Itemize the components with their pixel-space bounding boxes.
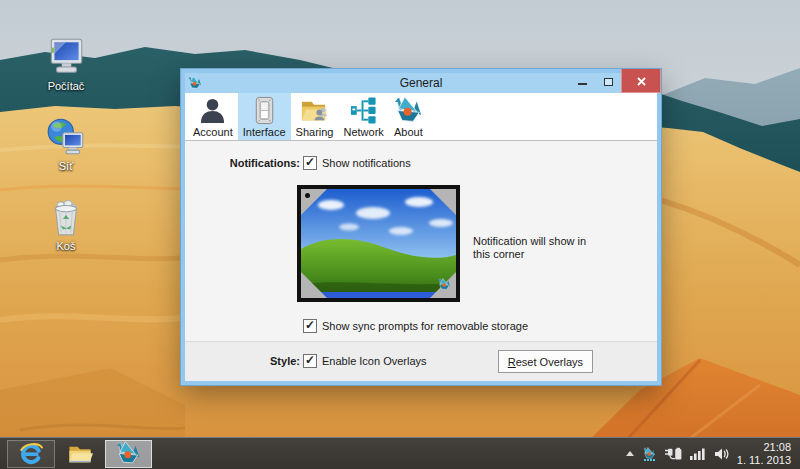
notification-corner-preview (297, 185, 460, 302)
close-button[interactable] (621, 69, 661, 93)
sync-prompts-checkbox[interactable]: ✓ (303, 319, 317, 333)
tab-account[interactable]: Account (188, 93, 238, 140)
check-icon: ✓ (305, 320, 315, 330)
tab-strip: Account Interface (185, 93, 657, 141)
taskbar-internet-explorer-button[interactable] (7, 440, 55, 468)
interface-panel: Notifications: ✓ Show notifications (185, 141, 657, 341)
signal-bars-icon (690, 447, 707, 460)
corner-caption: Notification will show in this corner (473, 235, 597, 261)
desktop-screen: Počítač Síť Koš General (0, 0, 800, 469)
corner-selector-bottom-left[interactable] (301, 272, 327, 298)
show-notifications-checkbox[interactable]: ✓ (303, 156, 317, 170)
desktop-icon-label: Koš (57, 240, 76, 252)
crane-icon (394, 96, 423, 125)
maximize-icon (604, 78, 613, 86)
system-tray: 21:08 1. 11. 2013 (625, 441, 800, 467)
show-notifications-label: Show notifications (322, 157, 411, 169)
power-status-icon-button[interactable] (664, 446, 683, 461)
enable-overlays-label: Enable Icon Overlays (322, 355, 427, 367)
clock-time: 21:08 (737, 441, 791, 454)
user-icon (198, 96, 227, 125)
network-hub-icon (349, 96, 378, 125)
desktop-icon-label: Síť (59, 160, 74, 172)
network-status-icon-button[interactable] (690, 447, 707, 460)
chevron-up-icon (625, 450, 635, 458)
notifications-label: Notifications: (185, 157, 300, 169)
settings-window: General Account (181, 69, 661, 385)
crane-tray-icon-button[interactable] (642, 447, 657, 461)
taskbar-file-explorer-button[interactable] (57, 440, 103, 468)
taskbar: 21:08 1. 11. 2013 (0, 437, 800, 469)
minimize-button[interactable] (569, 69, 595, 93)
computer-icon (45, 36, 87, 78)
window-controls (569, 69, 657, 93)
style-label: Style: (185, 355, 300, 367)
check-icon: ✓ (305, 157, 315, 167)
network-globe-icon (45, 116, 87, 158)
check-icon: ✓ (305, 355, 315, 365)
taskbar-crane-app-button[interactable] (105, 440, 152, 468)
sync-prompts-label: Show sync prompts for removable storage (322, 320, 528, 332)
corner-selector-top-right[interactable] (430, 189, 456, 215)
speaker-icon (714, 447, 730, 461)
tab-sharing[interactable]: Sharing (291, 93, 339, 140)
crane-app-icon (116, 441, 141, 466)
titlebar[interactable]: General (185, 73, 657, 93)
tab-interface[interactable]: Interface (238, 93, 291, 140)
desktop-icon-recycle-bin[interactable]: Koš (26, 196, 106, 252)
desktop-icon-network[interactable]: Síť (26, 116, 106, 172)
clock-date: 1. 11. 2013 (737, 454, 791, 467)
volume-icon-button[interactable] (714, 447, 730, 461)
selected-corner-dot (305, 193, 310, 198)
taskbar-clock[interactable]: 21:08 1. 11. 2013 (737, 441, 791, 467)
maximize-button[interactable] (595, 69, 621, 93)
reset-overlays-button[interactable]: Reset Overlays (498, 350, 593, 373)
folder-icon (67, 441, 93, 467)
tab-about[interactable]: About (389, 93, 428, 140)
sync-progress-dots (644, 459, 655, 461)
internet-explorer-icon (18, 441, 44, 467)
shared-folder-icon (300, 96, 329, 125)
close-icon (637, 77, 646, 86)
style-section: Style: ✓ Enable Icon Overlays Reset Over… (185, 341, 657, 381)
minimize-icon (578, 83, 587, 85)
battery-plug-icon (664, 446, 683, 461)
tab-network[interactable]: Network (338, 93, 388, 140)
desktop-icon-computer[interactable]: Počítač (26, 36, 106, 92)
crane-notification-icon (438, 278, 451, 291)
desktop-icon-label: Počítač (48, 80, 85, 92)
light-switch-icon (250, 96, 279, 125)
recycle-bin-icon (45, 196, 87, 238)
show-hidden-icons-button[interactable] (625, 450, 635, 458)
enable-overlays-checkbox[interactable]: ✓ (303, 354, 317, 368)
